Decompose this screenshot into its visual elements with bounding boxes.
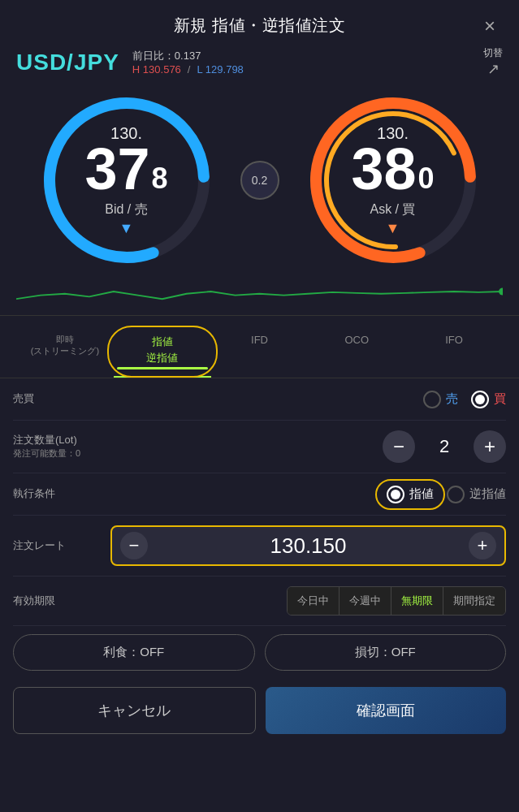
gauges-container: 130. 37 8 Bid / 売 ▼ 0.2 (0, 83, 519, 270)
bid-price-big: 37 (84, 140, 149, 198)
tab-sokiji[interactable]: 即時 (ストリーミング) (16, 327, 114, 378)
tab-ifd[interactable]: IFD (211, 327, 309, 378)
currency-pair: USD/JPY (16, 50, 119, 76)
exec-content: 指値 逆指値 (110, 486, 506, 503)
section-divider (0, 315, 519, 316)
qty-content: − 2 + (110, 430, 506, 463)
confirm-button[interactable]: 確認画面 (266, 687, 507, 734)
rate-content: − 130.150 + (110, 525, 506, 566)
cancel-button[interactable]: キャンセル (13, 687, 256, 734)
qty-plus-button[interactable]: + (474, 430, 506, 463)
exec-label: 執行条件 (13, 486, 110, 501)
svg-point-5 (499, 287, 503, 295)
tab-ifo[interactable]: IFO (405, 327, 503, 378)
ask-price-big: 38 (351, 140, 416, 198)
app-container: 新規 指値・逆指値注文 × USD/JPY 前日比：0.137 H 130.57… (0, 0, 519, 812)
radio-group-sell-buy: 売 買 (423, 391, 506, 408)
rate-plus-button[interactable]: + (469, 532, 496, 559)
sell-label: 売 (446, 391, 458, 407)
spread-badge: 0.2 (240, 161, 279, 200)
validity-group: 今日中 今週中 無期限 期間指定 (287, 586, 506, 615)
buy-label: 買 (494, 391, 506, 407)
buy-radio-circle (471, 391, 489, 408)
price-info: USD/JPY 前日比：0.137 H 130.576 / L 129.798 … (0, 46, 519, 83)
chart-icon: ↗ (487, 60, 500, 78)
gyaku-label: 逆指値 (469, 486, 506, 502)
prev-day-label: 前日比：0.137 (132, 49, 244, 63)
bid-arrow-icon: ▼ (119, 220, 134, 237)
ask-gauge-label: Ask / 買 (370, 201, 415, 218)
sashine-radio[interactable]: 指値 (387, 486, 434, 503)
buy-radio[interactable]: 買 (471, 391, 506, 408)
ask-gauge-inner: 130. 38 0 Ask / 買 ▼ (304, 91, 482, 270)
ask-gauge-canvas: 130. 38 0 Ask / 買 ▼ (304, 91, 482, 270)
close-button[interactable]: × (477, 13, 503, 39)
sashine-label: 指値 (409, 486, 434, 502)
bid-price-main: 37 8 (84, 140, 167, 198)
tab-sashine[interactable]: 指値 逆指値 (114, 327, 211, 378)
order-tabs: 即時 (ストリーミング) 指値 逆指値 IFD OCO IFO (0, 321, 519, 378)
tp-sl-row: 利食：OFF 損切：OFF (0, 626, 519, 679)
low-value: L 129.798 (197, 63, 243, 76)
gyaku-radio[interactable]: 逆指値 (447, 486, 506, 503)
tp-button[interactable]: 利食：OFF (13, 634, 255, 671)
sell-radio-circle (423, 391, 441, 408)
validity-row: 有効期限 今日中 今週中 無期限 期間指定 (13, 577, 506, 626)
ask-price-main: 38 0 (351, 140, 434, 198)
high-value: H 130.576 (132, 63, 181, 76)
sparkline-area (0, 270, 519, 310)
bottom-row: キャンセル 確認画面 (0, 679, 519, 750)
sell-radio[interactable]: 売 (423, 391, 458, 408)
rate-label: 注文レート (13, 538, 110, 553)
validity-content: 今日中 今週中 無期限 期間指定 (110, 586, 506, 615)
bid-price-small: 8 (152, 164, 168, 193)
qty-label: 注文数量(Lot) 発注可能数量：0 (13, 433, 110, 460)
ask-price-small: 0 (418, 164, 435, 193)
sell-buy-content: 売 買 (110, 391, 506, 408)
bid-gauge-label: Bid / 売 (105, 201, 147, 218)
bid-gauge: 130. 37 8 Bid / 売 ▼ (21, 91, 232, 270)
form-section: 売買 売 買 注文数量(Lot) 発注可能数量：0 (0, 378, 519, 626)
high-low: H 130.576 / L 129.798 (132, 63, 244, 76)
validity-today[interactable]: 今日中 (288, 587, 340, 615)
qty-value: 2 (428, 436, 461, 457)
validity-week[interactable]: 今週中 (340, 587, 391, 615)
qty-control: − 2 + (383, 430, 506, 463)
sashine-radio-circle (387, 486, 404, 503)
price-details: 前日比：0.137 H 130.576 / L 129.798 (132, 49, 244, 76)
ask-gauge: 130. 38 0 Ask / 買 ▼ (288, 91, 499, 270)
bid-gauge-canvas: 130. 37 8 Bid / 売 ▼ (37, 91, 216, 270)
exec-radio-group: 指値 逆指値 (387, 486, 506, 503)
ask-arrow-icon: ▼ (386, 220, 400, 237)
header: 新規 指値・逆指値注文 × (0, 0, 519, 46)
rate-minus-button[interactable]: − (120, 532, 148, 559)
gyaku-radio-circle (447, 486, 465, 503)
rate-row: 注文レート − 130.150 + (13, 516, 506, 577)
sl-button[interactable]: 損切：OFF (265, 634, 507, 671)
validity-unlimited[interactable]: 無期限 (391, 587, 443, 615)
tab-oco[interactable]: OCO (308, 327, 405, 378)
switch-button[interactable]: 切替 ↗ (483, 46, 503, 78)
switch-label: 切替 (483, 46, 503, 60)
qty-row: 注文数量(Lot) 発注可能数量：0 − 2 + (13, 421, 506, 473)
validity-period[interactable]: 期間指定 (443, 587, 505, 615)
rate-input-group: − 130.150 + (110, 525, 506, 566)
spread-value: 0.2 (252, 174, 267, 187)
rate-value: 130.150 (153, 533, 464, 559)
qty-minus-button[interactable]: − (383, 430, 415, 463)
bid-gauge-inner: 130. 37 8 Bid / 売 ▼ (37, 91, 216, 270)
page-title: 新規 指値・逆指値注文 (174, 15, 345, 37)
validity-label: 有効期限 (13, 594, 110, 608)
sell-buy-row: 売買 売 買 (13, 378, 506, 421)
exec-row: 執行条件 指値 逆指値 (13, 473, 506, 516)
sell-buy-label: 売買 (13, 391, 110, 406)
